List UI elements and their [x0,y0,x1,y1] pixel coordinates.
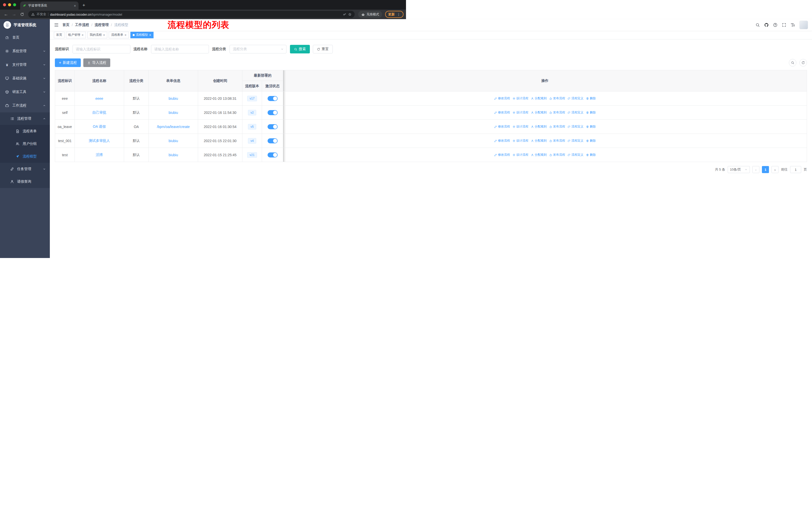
breadcrumb-home[interactable]: 首页 [62,23,69,27]
tag-home[interactable]: 首页 [54,32,64,38]
active-status-toggle[interactable] [267,124,278,129]
cell-status [262,134,283,148]
process-management-children: 流程表单 用户分组 流程模型 [0,125,50,163]
process-name-link[interactable]: 自己审批 [92,110,107,114]
users-icon [16,142,20,146]
update-button[interactable]: 更新 ⋮ [385,11,404,18]
sidebar-item-leave-query[interactable]: 请假查询 [0,175,50,188]
new-tab-button[interactable]: + [81,2,87,8]
form-info-link[interactable]: biubiu [169,153,178,157]
cell-category: 默认 [124,148,149,162]
process-name-link[interactable]: OA 请假 [93,125,106,129]
sidebar-item-user-group[interactable]: 用户分组 [0,138,50,150]
active-status-toggle[interactable] [267,96,278,101]
tag-label: 我的流程 [90,33,102,37]
form-info-link[interactable]: biubiu [169,97,178,101]
chevron-down-icon [43,167,46,170]
form-info-link[interactable]: biubiu [169,111,178,115]
cell-created: 2022-01-16 11:54:30 [198,106,242,120]
table-row: self 自己审批 默认 biubiu 2022-01-16 11:54:30 … [55,106,406,120]
tag-tenant-management[interactable]: 租户管理 × [66,32,86,38]
browser-tab[interactable]: 芋道管理系统 × [20,1,79,9]
close-icon[interactable]: × [124,33,126,37]
cell-name: 自己审批 [75,106,124,120]
chevron-down-icon [43,63,46,66]
url-domain: dashboard.yudao.iocoder.cn [50,12,91,17]
window-zoom-button[interactable] [13,3,16,6]
cell-created: 2022-01-20 13:08:31 [198,91,242,106]
cell-created: 2022-01-15 22:01:30 [198,134,242,148]
tag-process-form[interactable]: 流程表单 × [109,32,128,38]
sidebar-item-process-model[interactable]: 流程模型 [0,150,50,163]
workflow-submenu: 流程管理 流程表单 用户分组 流程模型 任务管理 [0,112,50,188]
table-toolbar: + 新建流程 导入流程 [55,58,406,67]
browser-menu-icon[interactable]: ⋮ [397,12,401,17]
security-label[interactable]: 不安全 [36,12,46,17]
sidebar-item-payment[interactable]: ¥ 支付管理 [0,58,50,72]
url-text: dashboard.yudao.iocoder.cn/bpm/manager/m… [50,12,122,17]
reset-button[interactable]: 重置 [313,45,333,53]
close-icon[interactable]: × [82,33,84,37]
search-button[interactable]: 搜索 [290,45,310,53]
form-info-link[interactable]: /bpm/oa/leave/create [157,125,190,129]
breadcrumb-process-management[interactable]: 流程管理 [95,23,109,27]
tab-close-icon[interactable]: × [74,4,76,7]
breadcrumb-workflow[interactable]: 工作流程 [75,23,89,27]
reload-button[interactable] [19,11,26,18]
window-close-button[interactable] [3,3,6,6]
window-minimize-button[interactable] [8,3,11,6]
sidebar-item-task-management[interactable]: 任务管理 [0,163,50,175]
sidebar: 芋道管理系统 首页 系统管理 ¥ 支付管理 基础设施 研发工具 工作 [0,19,50,258]
user-icon [10,180,14,184]
sidebar-item-dev-tools[interactable]: 研发工具 [0,85,50,99]
close-icon[interactable]: × [149,33,151,37]
sidebar-item-system[interactable]: 系统管理 [0,44,50,58]
process-name-link[interactable]: 滔博 [96,153,103,157]
col-header-category: 流程分类 [124,70,149,91]
process-name-link[interactable]: 测试多审批人 [89,139,110,143]
cell-name: eeee [75,91,124,106]
sidebar-item-workflow[interactable]: 工作流程 [0,99,50,112]
active-status-toggle[interactable] [267,138,278,143]
active-status-toggle[interactable] [267,153,278,158]
paper-plane-icon [16,155,20,159]
process-name-link[interactable]: eeee [95,97,103,101]
tag-process-model[interactable]: 流程模型 × [130,32,153,38]
page-content: 流程标识 流程名称 流程分类 流程分类 搜索 重置 + 新建流程 [50,39,406,173]
address-bar[interactable]: 不安全 dashboard.yudao.iocoder.cn/bpm/manag… [28,11,355,18]
cell-key: test [55,148,75,162]
browser-toolbar: ← → 不安全 dashboard.yudao.iocoder.cn/bpm/m… [0,9,406,19]
back-button[interactable]: ← [2,11,9,18]
app-logo[interactable]: 芋道管理系统 [0,19,50,31]
table-row: test 滔博 默认 biubiu 2022-01-15 21:25:45 v2… [55,148,406,162]
password-key-icon[interactable] [343,12,346,16]
process-key-input[interactable] [72,45,130,53]
sidebar-item-process-management[interactable]: 流程管理 [0,112,50,125]
col-header-created: 创建时间 [198,70,242,91]
main-area: 首页 / 工作流程 / 流程管理 / 流程模型 流程模型的列表 首页 租户管理 … [50,19,406,258]
active-status-toggle[interactable] [267,110,278,115]
browser-tab-strip: 芋道管理系统 × + [0,0,406,9]
table-row: test_001 测试多审批人 默认 biubiu 2022-01-15 22:… [55,134,406,148]
forward-button[interactable]: → [10,11,18,18]
tab-favicon-leaf-icon [23,4,26,7]
form-info-link[interactable]: biubiu [169,139,178,143]
sidebar-collapse-icon[interactable] [54,22,59,27]
version-badge: v21 [247,152,257,158]
import-process-button[interactable]: 导入流程 [83,58,110,67]
cell-name: 测试多审批人 [75,134,124,148]
sidebar-item-home[interactable]: 首页 [0,31,50,44]
close-icon[interactable]: × [103,33,105,37]
process-name-input[interactable] [151,45,209,53]
sidebar-item-infrastructure[interactable]: 基础设施 [0,72,50,85]
cell-key: eee [55,91,75,106]
category-select[interactable]: 流程分类 [230,45,286,53]
create-process-button[interactable]: + 新建流程 [55,58,81,67]
cell-version: v21 [242,148,262,162]
bookmark-star-icon[interactable] [348,12,352,16]
cell-form: biubiu [149,106,198,120]
tag-my-process[interactable]: 我的流程 × [87,32,107,38]
chevron-down-icon [281,48,284,51]
col-header-version: 流程版本 [242,81,262,91]
sidebar-item-process-form[interactable]: 流程表单 [0,125,50,138]
